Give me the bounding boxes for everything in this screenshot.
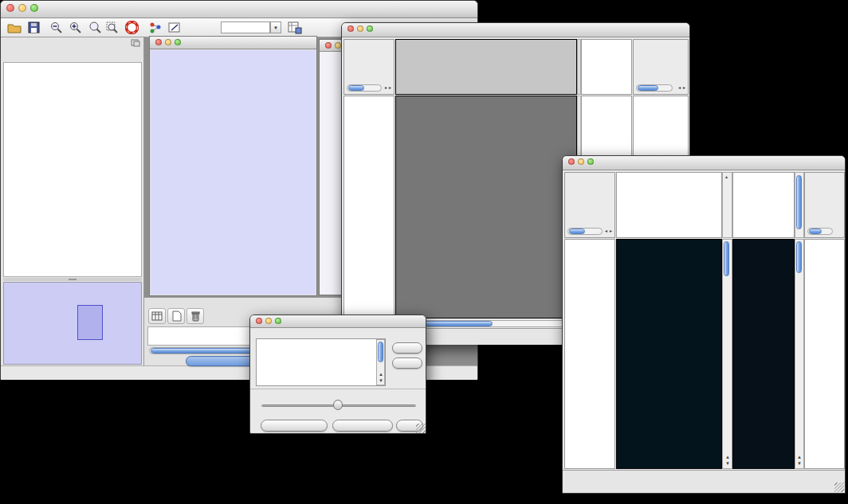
attribute-vscrollbar[interactable]: ▲▼ [376, 339, 385, 385]
delete-attribute-button[interactable] [186, 308, 204, 324]
view-status-panel: ◂▸ [344, 39, 395, 95]
attribute-listbox[interactable]: ▲▼ [256, 338, 386, 386]
zoom-window-icon[interactable] [275, 318, 281, 324]
zoom-heatmap[interactable] [732, 239, 795, 469]
close-icon[interactable] [155, 39, 162, 45]
zoom-in-icon[interactable] [69, 21, 82, 34]
import-table-icon[interactable] [288, 21, 302, 34]
overview-thumbnail [4, 283, 141, 364]
network-overview[interactable] [3, 282, 142, 365]
map-colors-titlebar[interactable] [250, 315, 426, 328]
zoom-column-labels [732, 172, 795, 238]
zoom-window-icon[interactable] [30, 4, 38, 12]
global-vscrollbar[interactable]: ▲▼ [722, 239, 732, 469]
control-panel-tabs [3, 48, 142, 61]
treeview-combined-buttonbar [563, 470, 845, 493]
float-panel-icon[interactable] [131, 39, 140, 47]
treeview-dna-titlebar[interactable] [342, 23, 689, 37]
slider-thumb[interactable] [333, 400, 343, 410]
zoom-window-icon[interactable] [367, 25, 373, 32]
resize-grip[interactable] [416, 424, 426, 433]
hints-hscrollbar[interactable] [807, 228, 833, 235]
usage-hints-panel: ◂▸ [633, 39, 689, 95]
column-dendrogram[interactable] [395, 39, 577, 95]
minimize-icon[interactable] [165, 39, 171, 45]
zoom-selected-icon[interactable] [88, 21, 101, 34]
column-dendrogram-area[interactable] [616, 172, 722, 238]
close-icon[interactable] [6, 4, 14, 12]
row-dendrogram[interactable] [344, 96, 395, 318]
column-dendrogram-svg [396, 40, 576, 94]
status-hscrollbar[interactable] [567, 228, 603, 235]
new-attribute-button[interactable] [167, 308, 185, 324]
panel-splitter[interactable] [3, 278, 142, 281]
minimize-icon[interactable] [265, 318, 272, 324]
zoom-column-labels [581, 39, 632, 95]
global-vscroll-top-strip[interactable]: ▴ [722, 172, 732, 238]
close-icon[interactable] [256, 318, 262, 324]
zoom-out-icon[interactable] [50, 21, 63, 34]
zoom-window-icon[interactable] [175, 39, 181, 45]
main-titlebar[interactable] [1, 1, 477, 18]
close-icon[interactable] [347, 25, 354, 32]
minimize-icon[interactable] [18, 4, 26, 12]
row-dendrogram-svg [344, 96, 394, 318]
global-heatmap[interactable] [395, 96, 577, 318]
desktop: { "main_window": { "title": "Cytoscape D… [0, 0, 848, 504]
row-dendrogram-svg [565, 240, 614, 468]
treeview-combined-titlebar[interactable] [563, 156, 845, 170]
status-hscrollbar[interactable] [347, 84, 382, 92]
vscroll-thumb[interactable] [724, 241, 729, 276]
labels-vscrollbar-top[interactable] [795, 172, 804, 238]
open-file-icon[interactable] [7, 21, 22, 33]
attribute-select-button[interactable] [148, 308, 166, 324]
usage-hints-panel [804, 172, 845, 238]
zoom-fit-icon[interactable] [106, 21, 119, 34]
global-heatmap[interactable] [616, 239, 722, 469]
map-colors-dialog: ▲▼ [249, 315, 426, 434]
annotation-icon[interactable] [168, 21, 182, 34]
network-canvas[interactable] [151, 50, 316, 295]
row-labels-panel [804, 239, 845, 469]
move-down-button[interactable] [392, 357, 422, 369]
vscroll-thumb[interactable] [796, 241, 802, 273]
hints-hscrollbar[interactable] [636, 84, 673, 92]
vscroll-thumb[interactable] [378, 342, 383, 362]
vizmapper-icon[interactable] [149, 21, 162, 34]
move-up-button[interactable] [392, 342, 422, 354]
row-dendrogram[interactable] [564, 239, 615, 469]
close-icon[interactable] [568, 158, 575, 165]
column-dendrogram-svg [617, 173, 721, 237]
minimize-icon[interactable] [357, 25, 363, 32]
overview-viewport-rect[interactable] [77, 305, 103, 340]
zoom-heatmap[interactable] [582, 96, 631, 146]
close-icon[interactable] [325, 42, 332, 49]
minimize-icon[interactable] [578, 158, 584, 165]
help-lifesaver-icon[interactable] [125, 21, 139, 34]
network-view-window [149, 36, 317, 296]
labels-vscrollbar[interactable]: ▲▼ [795, 239, 804, 469]
window-controls[interactable] [6, 4, 38, 12]
view-status-panel: ◂▸ [564, 172, 615, 238]
vscroll-thumb[interactable] [796, 175, 802, 229]
create-vizmap-button[interactable] [332, 420, 393, 432]
treeview-combined-window: ◂▸ ▴ ▲▼ ▲▼ [562, 155, 846, 494]
search-input[interactable] [221, 21, 270, 33]
control-panel [1, 37, 144, 365]
animate-vizmap-button[interactable] [261, 420, 328, 432]
minimize-icon[interactable] [335, 42, 341, 49]
save-icon[interactable] [28, 21, 40, 33]
network-table [3, 62, 142, 277]
zoom-window-icon[interactable] [587, 158, 594, 165]
resize-grip[interactable] [834, 483, 844, 492]
search-dropdown-button[interactable]: ▼ [270, 21, 281, 33]
